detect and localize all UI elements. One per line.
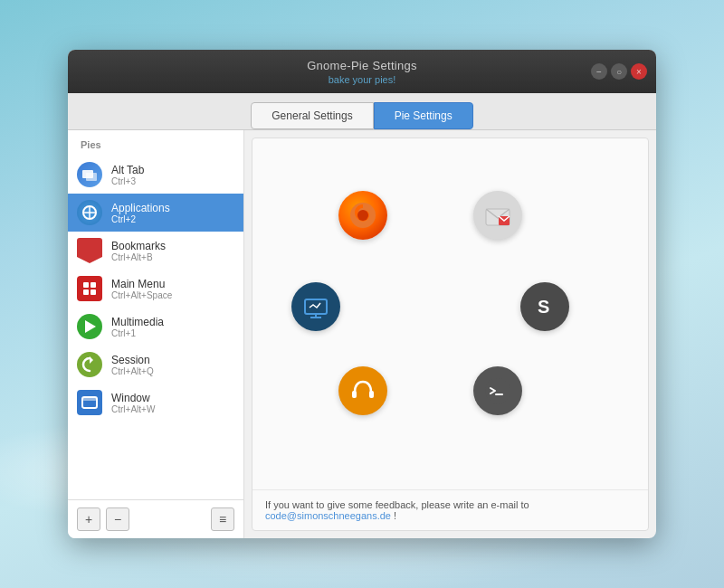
main-menu-svg xyxy=(81,280,99,298)
svg-rect-1 xyxy=(86,173,97,181)
svg-marker-9 xyxy=(85,320,96,333)
alt-tab-svg xyxy=(81,166,99,184)
sidebar-item-session[interactable]: Session Ctrl+Alt+Q xyxy=(68,346,243,384)
svg-marker-10 xyxy=(90,356,93,364)
close-button[interactable]: × xyxy=(631,63,647,80)
svg-rect-22 xyxy=(369,391,374,398)
titlebar: Gnome-Pie Settings bake your pies! − ○ × xyxy=(68,50,656,93)
terminal-svg xyxy=(482,375,513,406)
window-shortcut: Ctrl+Alt+W xyxy=(111,404,155,414)
headphones-icon[interactable] xyxy=(338,366,387,415)
feedback-section: If you want to give some feedback, pleas… xyxy=(252,489,648,530)
headphones-svg xyxy=(348,375,378,406)
multimedia-name: Multimedia xyxy=(111,316,164,328)
applications-name: Applications xyxy=(111,202,170,214)
applications-shortcut: Ctrl+2 xyxy=(111,214,170,224)
applications-icon xyxy=(77,200,102,225)
window-title: Gnome-Pie Settings xyxy=(307,59,417,72)
sidebar: Pies Alt Tab Ctrl+3 xyxy=(68,130,244,538)
svg-rect-7 xyxy=(83,289,89,295)
svg-rect-5 xyxy=(83,282,89,288)
window-text: Window Ctrl+Alt+W xyxy=(111,392,155,414)
session-shortcut: Ctrl+Alt+Q xyxy=(111,366,154,376)
feedback-text: If you want to give some feedback, pleas… xyxy=(265,499,529,510)
svg-text:S: S xyxy=(538,297,549,317)
tab-bar: General Settings Pie Settings xyxy=(68,93,656,130)
add-pie-button[interactable]: + xyxy=(77,507,100,531)
session-icon xyxy=(77,352,102,377)
window-controls: − ○ × xyxy=(591,63,647,80)
multimedia-icon xyxy=(77,314,102,339)
svg-rect-8 xyxy=(90,289,96,295)
pie-list: Alt Tab Ctrl+3 Applications xyxy=(68,156,243,499)
alt-tab-name: Alt Tab xyxy=(111,164,144,176)
menu-button[interactable]: ≡ xyxy=(211,507,234,531)
main-menu-name: Main Menu xyxy=(111,278,172,290)
mail-svg xyxy=(482,200,513,231)
alt-tab-icon xyxy=(77,162,102,187)
feedback-suffix: ! xyxy=(394,510,396,521)
applications-svg xyxy=(81,204,99,222)
sidebar-item-alt-tab[interactable]: Alt Tab Ctrl+3 xyxy=(68,156,243,194)
skype-icon[interactable]: S xyxy=(520,282,569,331)
sidebar-item-window[interactable]: Window Ctrl+Alt+W xyxy=(68,384,243,422)
firefox-svg xyxy=(348,200,378,231)
session-text: Session Ctrl+Alt+Q xyxy=(111,354,154,376)
main-menu-shortcut: Ctrl+Alt+Space xyxy=(111,290,172,300)
tab-general-settings[interactable]: General Settings xyxy=(251,102,373,129)
multimedia-text: Multimedia Ctrl+1 xyxy=(111,316,164,338)
svg-rect-12 xyxy=(82,397,97,401)
bookmarks-shortcut: Ctrl+Alt+B xyxy=(111,252,166,262)
multimedia-svg xyxy=(81,318,99,336)
remmina-svg xyxy=(300,291,331,322)
remove-pie-button[interactable]: − xyxy=(106,507,129,531)
bookmarks-text: Bookmarks Ctrl+Alt+B xyxy=(111,240,166,262)
sidebar-item-multimedia[interactable]: Multimedia Ctrl+1 xyxy=(68,308,243,346)
svg-rect-21 xyxy=(352,391,357,398)
main-menu-text: Main Menu Ctrl+Alt+Space xyxy=(111,278,172,300)
main-menu-icon xyxy=(77,276,102,301)
sidebar-item-applications[interactable]: Applications Ctrl+2 xyxy=(68,194,243,232)
session-name: Session xyxy=(111,354,154,366)
tab-pie-settings[interactable]: Pie Settings xyxy=(374,102,473,129)
main-content: Pies Alt Tab Ctrl+3 xyxy=(68,130,656,538)
remmina-icon[interactable] xyxy=(291,282,340,331)
session-svg xyxy=(81,356,99,374)
right-panel: S xyxy=(252,138,649,531)
feedback-link[interactable]: code@simonschneegans.de xyxy=(265,510,391,521)
firefox-icon[interactable] xyxy=(338,191,387,240)
maximize-button[interactable]: ○ xyxy=(611,63,627,80)
sidebar-section-label: Pies xyxy=(68,130,243,156)
sidebar-item-bookmarks[interactable]: Bookmarks Ctrl+Alt+B xyxy=(68,232,243,270)
alt-tab-shortcut: Ctrl+3 xyxy=(111,176,144,186)
window-subtitle: bake your pies! xyxy=(329,74,396,85)
pie-canvas: S xyxy=(252,138,648,489)
svg-point-14 xyxy=(357,210,368,221)
svg-point-23 xyxy=(485,378,510,403)
window-name: Window xyxy=(111,392,155,404)
terminal-icon[interactable] xyxy=(473,366,522,415)
bookmarks-name: Bookmarks xyxy=(111,240,166,252)
window-icon xyxy=(77,390,102,415)
bookmarks-icon xyxy=(77,238,102,263)
window-svg xyxy=(81,394,99,412)
minimize-button[interactable]: − xyxy=(591,63,607,80)
mail-icon[interactable] xyxy=(473,191,522,240)
sidebar-controls: + − ≡ xyxy=(68,499,243,538)
sidebar-item-main-menu[interactable]: Main Menu Ctrl+Alt+Space xyxy=(68,270,243,308)
main-window: Gnome-Pie Settings bake your pies! − ○ ×… xyxy=(68,50,656,538)
applications-text: Applications Ctrl+2 xyxy=(111,202,170,224)
multimedia-shortcut: Ctrl+1 xyxy=(111,328,164,338)
skype-svg: S xyxy=(529,291,560,322)
svg-rect-6 xyxy=(90,282,96,288)
alt-tab-text: Alt Tab Ctrl+3 xyxy=(111,164,144,186)
